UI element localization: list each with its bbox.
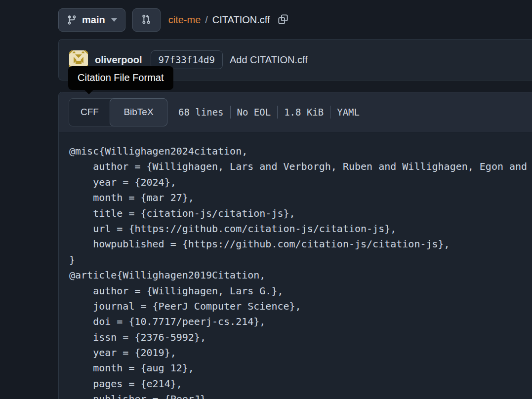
tooltip: Citation File Format (68, 66, 173, 90)
commit-author-link[interactable]: oliverpool (95, 54, 142, 66)
code-line: pages = {e214}, (69, 376, 532, 392)
file-meta: 68 lines No EOL 1.8 KiB YAML (178, 106, 360, 119)
git-branch-icon (67, 15, 77, 25)
page: main cite-me / CITA (0, 0, 532, 399)
code-line: publisher = {PeerJ} (69, 392, 532, 399)
branch-selector-button[interactable]: main (58, 8, 125, 32)
code-line: year = {2019}, (69, 345, 532, 360)
breadcrumb-file-name: CITATION.cff (212, 14, 270, 26)
code-line: } (69, 252, 532, 268)
file-view: CFF BibTeX 68 lines No EOL 1.8 KiB YAML … (58, 92, 532, 399)
meta-divider (277, 106, 278, 119)
code-line: url = {https://github.com/citation-js/ci… (69, 221, 532, 237)
branch-bar: main cite-me / CITA (58, 0, 532, 32)
file-lines-count: 68 lines (178, 107, 224, 118)
code-line: year = {2024}, (69, 175, 532, 190)
code-line: month = {mar 27}, (69, 190, 532, 205)
code-line: @article{Willighagen2019Citation, (69, 268, 532, 283)
chevron-down-icon (111, 18, 117, 22)
render-mode-tab-group: CFF BibTeX (69, 98, 167, 126)
compare-button[interactable] (132, 8, 161, 32)
branch-name-label: main (82, 14, 105, 26)
code-line: author = {Willighagen, Lars G.}, (69, 283, 532, 299)
code-line: issn = {2376-5992}, (69, 330, 532, 345)
tooltip-caret (84, 89, 94, 94)
file-size: 1.8 KiB (284, 107, 324, 118)
tooltip-text: Citation File Format (78, 72, 164, 83)
breadcrumb-repo-link[interactable]: cite-me (168, 14, 201, 26)
code-line: month = {aug 12}, (69, 360, 532, 376)
code-line: journal = {PeerJ Computer Science}, (69, 299, 532, 314)
meta-divider (330, 106, 330, 119)
file-language: YAML (337, 107, 360, 118)
code-line: author = {Willighagen, Lars and Verborgh… (69, 159, 532, 174)
code-line: @misc{Willighagen2024citation, (69, 144, 532, 159)
git-compare-icon (141, 14, 152, 26)
breadcrumb-separator: / (205, 14, 208, 26)
tab-cff[interactable]: CFF (69, 99, 110, 126)
code-line: doi = {10.7717/peerj-cs.214}, (69, 314, 532, 329)
meta-divider (230, 106, 231, 119)
file-eol-status: No EOL (237, 107, 271, 118)
code-content: @misc{Willighagen2024citation, author = … (59, 132, 532, 399)
copy-icon (278, 14, 288, 26)
code-line: howpublished = {https://github.com/citat… (69, 237, 532, 252)
breadcrumb: cite-me / CITATION.cff (168, 13, 289, 27)
main-column: main cite-me / CITA (58, 0, 532, 399)
code-line: title = {citation-js/citation-js}, (69, 206, 532, 221)
tab-bibtex[interactable]: BibTeX (110, 98, 167, 126)
commit-message[interactable]: Add CITATION.cff (230, 54, 308, 66)
copy-path-button[interactable] (277, 13, 289, 27)
file-header: CFF BibTeX 68 lines No EOL 1.8 KiB YAML (59, 92, 532, 132)
